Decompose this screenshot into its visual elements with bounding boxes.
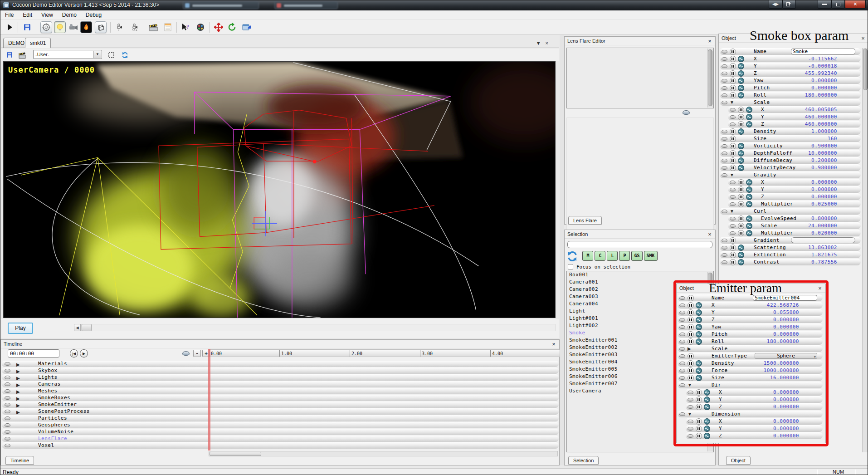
param-value[interactable]: 1.000000 [811, 128, 837, 134]
filter-button-p[interactable]: P [619, 251, 630, 261]
visibility-eye-icon[interactable] [730, 181, 736, 184]
viewport-hscroll-thumb[interactable] [82, 324, 92, 331]
pause-toggle-icon[interactable] [738, 114, 744, 120]
animation-curve-icon[interactable] [738, 70, 744, 77]
palette-button[interactable] [195, 21, 206, 33]
timeline-track-materials[interactable]: ▶Materials [2, 361, 559, 367]
visibility-eye-icon[interactable] [722, 130, 727, 133]
dropdown-arrow-icon[interactable]: ▼ [93, 51, 101, 58]
filter-button-smk[interactable]: SMK [644, 251, 658, 261]
timeline-track-meshes[interactable]: ▶Meshes [2, 388, 559, 394]
pause-toggle-icon[interactable] [730, 128, 736, 135]
timeline-close-icon[interactable]: × [551, 341, 557, 348]
collapse-arrow-icon[interactable]: ▼ [730, 100, 734, 105]
visibility-eye-icon[interactable] [722, 137, 727, 141]
visibility-eye-icon[interactable] [5, 410, 10, 413]
param-value[interactable]: 160 [828, 136, 837, 142]
pause-toggle-icon[interactable] [730, 56, 736, 62]
timeline-track-lights[interactable]: ▶Lights [2, 374, 559, 381]
visibility-eye-icon[interactable] [730, 231, 736, 235]
maximize-viewport-icon[interactable] [107, 50, 116, 59]
visibility-eye-icon[interactable] [5, 403, 10, 406]
visibility-eye-icon[interactable] [722, 86, 727, 90]
visibility-eye-icon[interactable] [722, 93, 727, 97]
visibility-eye-icon[interactable] [722, 152, 727, 155]
param-value[interactable]: 0.000000 [811, 179, 837, 185]
pause-toggle-icon[interactable] [730, 136, 736, 142]
lens-flare-scroll-thumb[interactable] [708, 49, 712, 106]
lens-flare-tab[interactable]: Lens Flare [568, 216, 602, 225]
animation-curve-icon[interactable] [738, 259, 744, 265]
pause-toggle-icon[interactable] [738, 186, 744, 193]
lens-flare-eye-icon[interactable] [683, 110, 690, 115]
param-value[interactable]: 0.020000 [811, 230, 837, 236]
pause-toggle-icon[interactable] [730, 78, 736, 84]
animation-curve-icon[interactable] [746, 186, 752, 193]
animation-curve-icon[interactable] [746, 223, 752, 229]
param-value[interactable]: 0.025000 [811, 201, 837, 207]
camera-single-button[interactable] [114, 21, 126, 33]
pause-toggle-icon[interactable] [730, 165, 736, 171]
animation-curve-icon[interactable] [738, 245, 744, 251]
smoke-object-scrollbar[interactable] [862, 48, 868, 452]
param-value[interactable]: 1.821675 [811, 252, 837, 258]
animation-curve-icon[interactable] [746, 201, 752, 207]
pause-toggle-icon[interactable] [730, 237, 736, 244]
pause-toggle-icon[interactable] [730, 245, 736, 251]
play-button[interactable]: Play [8, 323, 33, 334]
visibility-eye-icon[interactable] [730, 195, 736, 199]
param-value[interactable]: 0.800000 [811, 215, 837, 221]
timeline-track-particles[interactable]: Particles [2, 415, 559, 421]
menu-debug[interactable]: Debug [81, 10, 106, 20]
viewport-dropdown-icon[interactable]: ▼ [536, 40, 546, 46]
param-value[interactable]: 10.000000 [808, 150, 837, 156]
timeline-track-lensflare[interactable]: LensFlare [2, 436, 559, 442]
focus-on-selection-checkbox[interactable] [568, 264, 573, 269]
refresh-viewport-icon[interactable] [120, 50, 129, 59]
pause-toggle-icon[interactable] [730, 92, 736, 98]
animation-curve-icon[interactable] [738, 92, 744, 98]
filter-button-c[interactable]: C [595, 251, 605, 261]
camera-multi-button[interactable] [129, 21, 141, 33]
viewport-hscroll-left-arrow[interactable]: ◀ [74, 324, 81, 331]
param-value[interactable]: 460.000000 [805, 121, 837, 127]
visibility-eye-icon[interactable] [722, 173, 727, 177]
expand-arrow-icon[interactable]: ▶ [16, 410, 20, 415]
filter-button-l[interactable]: L [607, 251, 618, 261]
viewport-clapper-icon[interactable] [18, 50, 27, 59]
pause-toggle-icon[interactable] [730, 70, 736, 77]
selection-close-icon[interactable]: × [707, 231, 713, 238]
param-value[interactable]: 0.200000 [811, 157, 837, 163]
visibility-eye-icon[interactable] [730, 108, 736, 112]
animation-curve-icon[interactable] [746, 215, 752, 222]
restore-button[interactable] [831, 0, 845, 9]
viewport-close-icon[interactable]: × [546, 40, 553, 46]
notes-button[interactable] [162, 21, 174, 33]
timeline-play-button[interactable]: ▶ [80, 349, 88, 357]
minimize-button[interactable] [818, 0, 831, 9]
visibility-eye-icon[interactable] [730, 122, 736, 126]
visibility-eye-icon[interactable] [730, 202, 736, 206]
viewport-3d[interactable]: UserCamera / 0000 [3, 61, 556, 318]
param-value[interactable]: 0.000000 [811, 186, 837, 192]
menu-file[interactable]: File [0, 10, 18, 20]
timeline-track-cameras[interactable]: ▶Cameras [2, 381, 559, 387]
vertical-splitter-1[interactable] [560, 35, 564, 465]
selection-refresh-icon[interactable] [567, 251, 578, 262]
animation-curve-icon[interactable] [746, 107, 752, 113]
pause-toggle-icon[interactable] [730, 150, 736, 157]
pause-toggle-icon[interactable] [738, 223, 744, 229]
smoke-object-scroll-thumb[interactable] [863, 49, 868, 90]
save-button[interactable] [21, 21, 33, 33]
visibility-eye-icon[interactable] [5, 430, 10, 434]
pause-toggle-icon[interactable] [738, 107, 744, 113]
tab-smk01[interactable]: smk01 [25, 38, 51, 48]
cameras-toggle[interactable] [68, 21, 79, 33]
visibility-eye-icon[interactable] [5, 376, 10, 379]
visibility-eye-icon[interactable] [730, 224, 736, 228]
move-tool-button[interactable] [213, 21, 224, 33]
boxes-toggle[interactable] [95, 21, 107, 33]
visibility-eye-icon[interactable] [722, 64, 727, 68]
viewport-hscroll-track[interactable] [81, 324, 556, 331]
visibility-eye-icon[interactable] [5, 382, 10, 386]
